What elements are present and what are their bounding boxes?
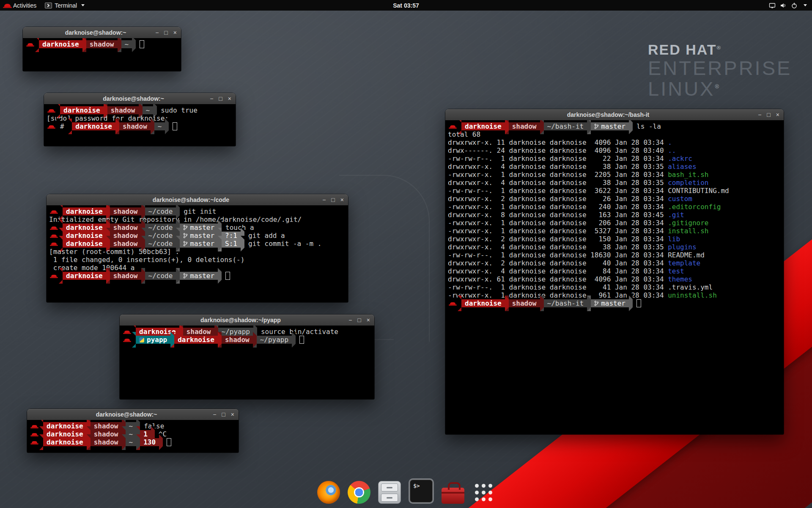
segment-text: ~/code: [148, 224, 173, 232]
prompt-segment-path: ~/code: [145, 224, 176, 232]
close-button[interactable]: ×: [340, 197, 344, 203]
maximize-button[interactable]: □: [331, 197, 335, 203]
chevron-down-icon: [81, 4, 85, 6]
powerline-separator-icon: [56, 119, 60, 134]
file-name: .: [668, 138, 672, 146]
terminal-content[interactable]: darknoiseshadow~sudo true[sudo] password…: [44, 104, 236, 146]
prompt-segment-user: darknoise: [63, 240, 106, 248]
file-name: lib: [668, 235, 680, 243]
terminal-line: drwxrwxr-x. 2 darknoise darknoise 150 Ja…: [448, 235, 781, 243]
dock-firefox-icon[interactable]: [317, 481, 340, 504]
dock-toolbox-icon[interactable]: [442, 481, 464, 504]
close-button[interactable]: ×: [173, 30, 177, 36]
app-menu-terminal[interactable]: Terminal: [41, 0, 89, 11]
minimize-button[interactable]: −: [348, 317, 352, 323]
close-button[interactable]: ×: [228, 96, 231, 102]
window-titlebar[interactable]: darknoise@shadow:~−□×: [23, 27, 181, 39]
system-status-menu[interactable]: [764, 0, 812, 11]
window-titlebar[interactable]: darknoise@shadow:~/bash-it−□×: [445, 109, 784, 121]
dock-terminal-active-slot: $>: [409, 478, 434, 504]
window-title: darknoise@shadow:~: [44, 411, 209, 418]
git-branch-icon: [183, 241, 188, 246]
segment-text: shadow: [187, 328, 211, 336]
segment-text: darknoise: [465, 122, 502, 130]
terminal-line: pyappdarknoiseshadow~/pyapp: [122, 336, 372, 344]
terminal-content[interactable]: darknoiseshadow~falsedarknoiseshadow~1^C…: [27, 420, 239, 453]
dock-show-applications-icon[interactable]: [472, 481, 495, 504]
clock[interactable]: Sat 03:57: [0, 2, 812, 9]
prompt-segment-host: shadow: [91, 430, 122, 438]
prompt-segment-exit: 130: [140, 438, 159, 446]
terminal-content[interactable]: darknoiseshadow~: [23, 38, 181, 71]
desktop: RED HAT® ENTERPRISE LINUX® Activities Te…: [0, 0, 812, 508]
window-titlebar[interactable]: darknoise@shadow:~−□×: [44, 93, 236, 105]
prompt-segment-git: master: [180, 232, 218, 240]
prompt-segment-path: ~/pyapp: [218, 328, 253, 336]
terminal-line: total 68: [448, 130, 781, 138]
minimize-button[interactable]: −: [210, 96, 213, 102]
redhat-icon: [450, 125, 455, 128]
terminal-line: # darknoiseshadow~: [47, 122, 233, 130]
terminal-content[interactable]: darknoiseshadow~/codegit initInitialized…: [47, 205, 348, 302]
file-name: template: [668, 259, 700, 267]
output-text: [master (root-commit) 50bcb63] .: [49, 248, 179, 256]
python-icon: [139, 337, 144, 342]
segment-text: darknoise: [66, 232, 103, 240]
prompt-segment-host: shadow: [509, 299, 540, 307]
maximize-button[interactable]: □: [164, 30, 167, 36]
window-titlebar[interactable]: darknoise@shadow:~/code−□×: [47, 194, 348, 206]
maximize-button[interactable]: □: [357, 317, 361, 323]
segment-text: darknoise: [66, 224, 103, 232]
segment-text: darknoise: [75, 122, 112, 130]
window-titlebar[interactable]: darknoise@shadow:~/pyapp−□×: [120, 315, 374, 326]
powerline-separator-icon: [540, 295, 544, 311]
redhat-icon: [32, 425, 37, 428]
powerline-separator-icon: [141, 268, 145, 284]
powerline-separator-icon: [87, 434, 91, 450]
powerline-separator-icon: [82, 38, 86, 52]
maximize-button[interactable]: □: [219, 96, 222, 102]
prompt-segment-host: shadow: [110, 272, 141, 280]
minimize-button[interactable]: −: [213, 411, 216, 417]
powerline-separator-icon: [505, 295, 509, 311]
maximize-button[interactable]: □: [222, 411, 225, 417]
prompt-segment-host: shadow: [107, 106, 139, 114]
activities-button[interactable]: Activities: [0, 0, 41, 11]
close-button[interactable]: ×: [776, 112, 779, 118]
terminal-content[interactable]: darknoiseshadow~/bash-itmasterls -latota…: [445, 120, 784, 434]
output-text: -rw-rw-r--. 1 darknoise darknoise 22 Jan…: [448, 155, 668, 163]
prompt-start: [49, 232, 59, 240]
close-button[interactable]: ×: [367, 317, 370, 323]
segment-text: darknoise: [42, 40, 79, 48]
terminal-line: darknoiseshadow~130: [30, 438, 236, 446]
maximize-button[interactable]: □: [767, 112, 770, 118]
terminal-line: -rw-rw-r--. 1 darknoise darknoise 41 Jan…: [448, 283, 781, 291]
minimize-button[interactable]: −: [155, 30, 159, 36]
terminal-line: -rwxrwxr-x. 1 darknoise darknoise 240 Ja…: [448, 203, 781, 211]
dock-chrome-icon[interactable]: [348, 481, 370, 504]
segment-text: shadow: [90, 40, 114, 48]
powerline-separator-icon: [629, 120, 633, 134]
segment-text: shadow: [123, 122, 147, 130]
dock-files-icon[interactable]: [378, 481, 401, 504]
minimize-button[interactable]: −: [758, 112, 761, 118]
terminal-window: darknoise@shadow:~−□×darknoiseshadow~: [23, 27, 181, 71]
prompt-segment-user: darknoise: [60, 106, 104, 114]
prompt-segment-path: ~/code: [145, 232, 176, 240]
file-name: README.md: [668, 251, 705, 259]
segment-text: ~: [129, 422, 133, 430]
terminal-content[interactable]: darknoiseshadow~/pyappsource bin/activat…: [120, 326, 374, 399]
prompt-segment-path: ~: [126, 438, 137, 446]
window-controls: −□×: [213, 409, 234, 420]
window-titlebar[interactable]: darknoise@shadow:~−□×: [27, 409, 239, 420]
minimize-button[interactable]: −: [322, 197, 326, 203]
power-icon: [791, 2, 798, 9]
dock-terminal-icon[interactable]: $>: [410, 480, 433, 502]
registered-mark: ®: [717, 44, 722, 51]
file-name: bash_it.sh: [668, 171, 708, 179]
close-button[interactable]: ×: [231, 411, 234, 417]
file-name: .git: [668, 211, 684, 219]
redhat-logo-icon: [4, 4, 11, 7]
segment-text: master: [190, 232, 214, 240]
dock: $>: [317, 478, 495, 504]
